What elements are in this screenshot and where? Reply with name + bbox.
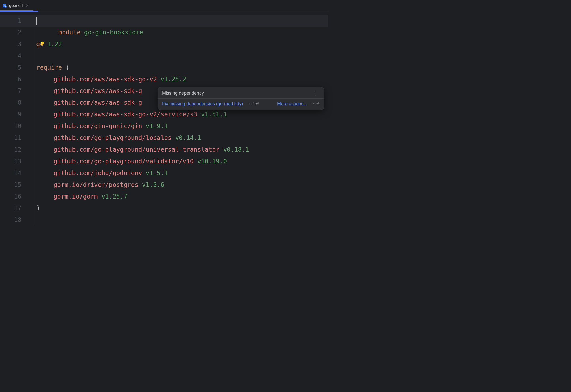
line-number: 11 <box>0 132 21 144</box>
code-line[interactable]: github.com/go-playground/validator/v10 v… <box>28 155 328 167</box>
line-number: 8 <box>0 97 21 109</box>
dep-pkg: github.com/go-playground/locales <box>54 134 171 141</box>
line-number: 15 <box>0 179 21 191</box>
dep-ver: v1.25.7 <box>102 193 127 200</box>
line-number: 6 <box>0 73 21 85</box>
tab-label: go.mod <box>9 3 23 8</box>
keyword-require: require <box>36 64 62 71</box>
dep-pkg: github.com/aws/aws-sdk-go-v2/service/s3 <box>54 111 197 118</box>
dep-pkg: github.com/joho/godotenv <box>54 169 142 177</box>
dep-pkg: github.com/go-playground/validator/v10 <box>54 158 194 165</box>
editor[interactable]: 1 2 3 4 5 6 7 8 9 10 11 12 13 14 15 16 1… <box>0 11 328 225</box>
dep-ver: v0.14.1 <box>175 134 201 141</box>
dep-pkg: github.com/go-playground/universal-trans… <box>54 146 219 153</box>
popup-title: Missing dependency <box>162 90 204 96</box>
code-line[interactable] <box>28 50 328 62</box>
dep-pkg: gorm.io/gorm <box>54 193 98 200</box>
line-number: 16 <box>0 191 21 202</box>
dep-ver: v0.18.1 <box>223 146 249 153</box>
code-line[interactable]: github.com/gin-gonic/gin v1.9.1 <box>28 120 328 132</box>
line-number: 4 <box>0 50 21 62</box>
dep-pkg: github.com/gin-gonic/gin <box>54 123 142 130</box>
line-number: 10 <box>0 120 21 132</box>
code-line[interactable]: gorm.io/gorm v1.25.7 <box>28 191 328 202</box>
svg-point-1 <box>4 5 5 6</box>
dep-ver: v10.19.0 <box>197 158 227 165</box>
code-line[interactable]: require ( <box>28 62 328 73</box>
gutter: 1 2 3 4 5 6 7 8 9 10 11 12 13 14 15 16 1… <box>0 11 28 225</box>
line-number: 14 <box>0 167 21 179</box>
line-number: 9 <box>0 109 21 120</box>
line-number: 7 <box>0 85 21 97</box>
tab-bar: go.mod ✕ <box>0 0 328 11</box>
tab-go-mod[interactable]: go.mod ✕ <box>0 0 33 11</box>
dep-ver: v1.5.6 <box>142 181 164 188</box>
dep-ver: v1.51.1 <box>201 111 227 118</box>
text-cursor <box>36 17 37 25</box>
line-number: 3 <box>0 38 21 50</box>
code-line[interactable]: ) <box>28 202 328 214</box>
line-number: 2 <box>0 27 21 38</box>
line-number: 13 <box>0 155 21 167</box>
close-icon[interactable]: ✕ <box>25 3 30 8</box>
dep-pkg: github.com/aws/aws-sdk-g <box>54 87 142 95</box>
close-paren: ) <box>36 205 40 212</box>
inspection-popup: Missing dependency ⋮ Fix missing depende… <box>158 87 324 110</box>
code-line[interactable]: github.com/go-playground/universal-trans… <box>28 144 328 155</box>
open-paren: ( <box>66 64 69 71</box>
code-line[interactable]: github.com/go-playground/locales v0.14.1 <box>28 132 328 144</box>
code-area[interactable]: module go-gin-bookstore 💡 go 1.22 requir… <box>28 11 328 225</box>
dep-pkg: gorm.io/driver/postgres <box>54 181 138 188</box>
more-shortcut: ⌥⏎ <box>311 101 320 106</box>
more-menu-icon[interactable]: ⋮ <box>312 91 320 96</box>
svg-point-2 <box>5 5 6 6</box>
keyword-go: go <box>36 41 44 48</box>
dep-pkg: github.com/aws/aws-sdk-g <box>54 99 142 106</box>
line-number: 1 <box>0 15 21 27</box>
code-line[interactable]: gorm.io/driver/postgres v1.5.6 <box>28 179 328 191</box>
code-line[interactable]: go 1.22 <box>28 38 328 50</box>
line-number: 17 <box>0 202 21 214</box>
line-number: 18 <box>0 214 21 225</box>
dep-ver: v1.5.1 <box>146 169 168 177</box>
dep-pkg: github.com/aws/aws-sdk-go-v2 <box>54 76 157 83</box>
fix-shortcut: ⌥⇧⏎ <box>247 101 259 106</box>
code-line[interactable]: github.com/aws/aws-sdk-go-v2/service/s3 … <box>28 109 328 120</box>
line-number: 12 <box>0 144 21 155</box>
code-line[interactable]: module go-gin-bookstore <box>28 15 328 27</box>
fix-dependencies-action[interactable]: Fix missing dependencies (go mod tidy) <box>162 101 243 107</box>
code-line[interactable]: 💡 <box>28 27 328 38</box>
go-file-icon <box>3 3 7 8</box>
code-line[interactable]: github.com/joho/godotenv v1.5.1 <box>28 167 328 179</box>
go-version: 1.22 <box>47 41 62 48</box>
dep-ver: v1.25.2 <box>160 76 186 83</box>
code-line[interactable] <box>28 214 328 225</box>
more-actions-link[interactable]: More actions... <box>277 101 307 107</box>
dep-ver: v1.9.1 <box>146 123 168 130</box>
line-number: 5 <box>0 62 21 73</box>
code-line[interactable]: github.com/aws/aws-sdk-go-v2 v1.25.2 <box>28 73 328 85</box>
